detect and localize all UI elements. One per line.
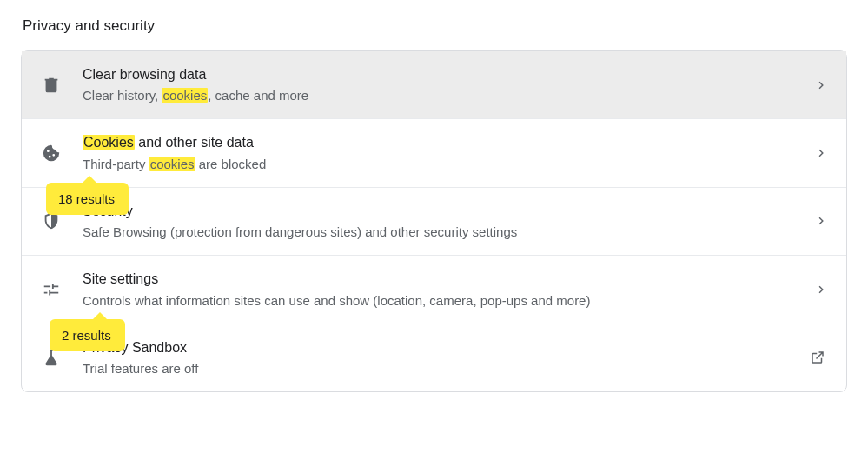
search-results-bubble: 2 results <box>50 319 125 351</box>
row-title: Privacy Sandbox <box>83 338 796 357</box>
row-subtitle: Controls what information sites can use … <box>83 291 803 310</box>
row-text: Privacy SandboxTrial features are off <box>83 338 796 377</box>
row-text: Site settingsControls what information s… <box>83 270 803 309</box>
row-title: Cookies and other site data <box>83 133 803 152</box>
chevron-right-icon <box>817 149 825 157</box>
section-title: Privacy and security <box>23 17 847 35</box>
row-text: SecuritySafe Browsing (protection from d… <box>83 202 803 241</box>
row-text: Cookies and other site dataThird-party c… <box>83 133 803 172</box>
settings-row[interactable]: Site settingsControls what information s… <box>22 255 846 323</box>
search-highlight: cookies <box>162 88 208 103</box>
external-link-icon <box>810 350 825 365</box>
row-subtitle: Trial features are off <box>83 359 796 377</box>
row-text: Clear browsing dataClear history, cookie… <box>83 65 803 104</box>
cookie-icon <box>41 143 62 164</box>
settings-card: Clear browsing dataClear history, cookie… <box>21 50 847 392</box>
search-results-bubble: 18 results <box>46 183 129 215</box>
chevron-right-icon <box>817 285 825 294</box>
settings-row[interactable]: Cookies and other site dataThird-party c… <box>22 118 846 186</box>
row-subtitle: Third-party cookies are blocked <box>83 155 803 173</box>
row-subtitle: Clear history, cookies, cache and more <box>83 86 803 104</box>
row-title: Clear browsing data <box>83 65 803 84</box>
search-highlight: Cookies <box>83 135 135 150</box>
row-subtitle: Safe Browsing (protection from dangerous… <box>83 223 803 241</box>
settings-row[interactable]: Clear browsing dataClear history, cookie… <box>22 51 846 118</box>
settings-row[interactable]: Privacy SandboxTrial features are off2 r… <box>22 324 846 391</box>
chevron-right-icon <box>817 81 825 90</box>
chevron-right-icon <box>817 217 825 225</box>
search-highlight: cookies <box>149 157 195 171</box>
row-title: Security <box>83 202 803 221</box>
row-title: Site settings <box>83 270 803 289</box>
settings-row[interactable]: SecuritySafe Browsing (protection from d… <box>22 187 846 255</box>
trash-icon <box>41 75 62 96</box>
sliders-icon <box>41 279 62 300</box>
